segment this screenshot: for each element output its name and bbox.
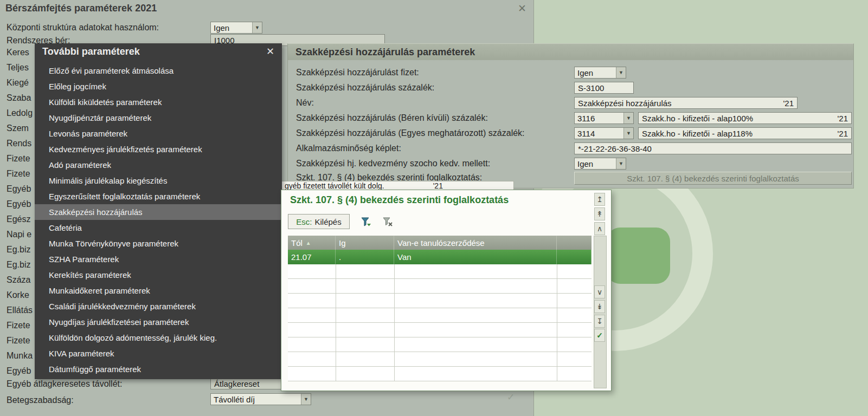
scroll-to-bottom-icon[interactable]: ↧	[594, 315, 605, 328]
form-label-fragment: Teljes	[7, 63, 29, 73]
panel-header: Szakképzési hozzájárulás paraméterek	[288, 44, 853, 60]
form-label-fragment: Egyéb	[7, 366, 31, 376]
kedvezmeny-label: Szakképzési hj. kedvezmény szocho kedv. …	[296, 159, 490, 168]
close-icon[interactable]: ✕	[266, 46, 274, 57]
menu-item[interactable]: Cafetéria	[35, 220, 282, 236]
page-up-icon[interactable]: ↟	[594, 207, 605, 220]
menu-header: További paraméterek ✕	[35, 43, 282, 60]
egyes-meghatarozott-code: 3114	[575, 129, 623, 138]
kozponti-select[interactable]: Igen ▼	[210, 22, 262, 34]
menu-item[interactable]: Nyugdíjpénztár paraméterek	[35, 110, 282, 126]
table-header-row: Tól ▲ Ig Van-e tanulószerződése	[288, 236, 591, 250]
egyes-meghatarozott-code-select[interactable]: 3114 ▼	[574, 127, 634, 139]
header-label: Tól	[291, 238, 303, 248]
keplet-field[interactable]: *-21-22-26-36-38-40	[574, 142, 852, 154]
menu-item[interactable]: Adó paraméterek	[35, 157, 282, 173]
kozponti-label: Központi struktúra adatokat használom:	[7, 23, 159, 32]
menu-item[interactable]: Munka Törvénykönyve paraméterek	[35, 236, 282, 251]
empty-table-rows	[288, 264, 591, 381]
chevron-down-icon: ▼	[301, 394, 311, 405]
nev-field[interactable]: Szakképzési hozzájárulás '21	[574, 97, 798, 109]
fizet-select[interactable]: Igen ▼	[574, 67, 626, 79]
form-label-fragment: Egyéb	[7, 199, 31, 209]
form-label-fragment: Fizete	[7, 321, 30, 330]
form-label-fragment: Keres	[7, 48, 29, 57]
szazalek-field[interactable]: S-3100	[574, 82, 634, 94]
scroll-to-top-icon[interactable]: ↥	[594, 193, 605, 206]
esc-exit-button[interactable]: Esc: Kilépés	[288, 214, 350, 229]
covered-row-year: '21	[433, 181, 443, 190]
column-header-tanuloszerzodes[interactable]: Van-e tanulószerződése	[394, 236, 557, 250]
column-header-empty	[557, 236, 591, 250]
table-row[interactable]: 21.07 . Van	[288, 250, 591, 264]
menu-item[interactable]: Külföldön dolgozó adómentesség, járulék …	[35, 330, 282, 346]
esc-key-hint: Esc:	[296, 217, 312, 226]
beren-kivuli-label: Szakképzési hozzájárulás (Béren kívüli) …	[296, 113, 488, 123]
covered-row-text: gyéb fizetett távollét kült dolg.	[285, 181, 384, 190]
szkt-button[interactable]: Szkt. 107. § (4) bekezdés szerinti fogla…	[574, 172, 852, 185]
form-label-fragment: Száza	[7, 275, 30, 285]
atlag-tavollet-label: Egyéb átlagkeresetes távollét:	[7, 379, 122, 389]
cell-empty	[557, 250, 591, 264]
column-header-ig[interactable]: Ig	[336, 236, 394, 250]
menu-item[interactable]: Minimális járulékalap kiegészítés	[35, 173, 282, 188]
menu-item[interactable]: Családi járulékkedvezmény paraméterek	[35, 298, 282, 314]
keplet-label: Alkalmazásminőség képlet:	[296, 144, 401, 153]
header-label: Van-e tanulószerződése	[397, 238, 485, 248]
szkt-dialog: Szkt. 107. § (4) bekezdés szerinti fogla…	[281, 190, 612, 391]
esc-button-label: Kilépés	[314, 217, 341, 226]
close-icon[interactable]: ✕	[518, 2, 526, 15]
form-label-fragment: Szem	[7, 123, 29, 133]
betegszabadsag-select[interactable]: Távolléti díj ▼	[210, 393, 311, 405]
szakkepzesi-panel: Szakképzési hozzájárulás paraméterek Sza…	[287, 43, 854, 188]
row-down-icon[interactable]: ∨	[594, 285, 605, 298]
clear-filter-icon[interactable]	[379, 215, 396, 229]
confirm-check-icon[interactable]: ✓	[594, 329, 605, 342]
egyes-meghatarozott-year: '21	[833, 129, 848, 138]
menu-item[interactable]: Külföldi kiküldetés paraméterek	[35, 94, 282, 110]
form-label-fragment: Fizete	[7, 169, 30, 179]
menu-item[interactable]: Kerekítés paraméterek	[35, 267, 282, 283]
page-down-icon[interactable]: ↡	[594, 300, 605, 313]
beren-kivuli-code-select[interactable]: 3116 ▼	[574, 112, 634, 124]
menu-items: Előző évi paraméterek átmásolásaElőleg j…	[35, 60, 282, 377]
panel-title: Szakképzési hozzájárulás paraméterek	[295, 47, 475, 58]
menu-item[interactable]: Előző évi paraméterek átmásolása	[35, 63, 282, 79]
menu-item[interactable]: Dátumfüggő paraméterek	[35, 361, 282, 377]
covered-list-row: gyéb fizetett távollét kült dolg. '21	[281, 181, 514, 190]
menu-item[interactable]: Szakképzési hozzájárulás	[35, 204, 282, 220]
betegszabadsag-label: Betegszabadság:	[7, 395, 74, 405]
header-label: Ig	[339, 238, 346, 248]
column-header-tol[interactable]: Tól ▲	[288, 236, 336, 250]
foglalkoztatas-table: Tól ▲ Ig Van-e tanulószerződése 21.07 . …	[288, 236, 591, 381]
menu-item[interactable]: Munkaidőkeret paraméterek	[35, 283, 282, 298]
menu-item[interactable]: Levonás paraméterek	[35, 126, 282, 141]
fizet-label: Szakképzési hozzájárulást fizet:	[296, 68, 419, 77]
kedvezmeny-select[interactable]: Igen ▼	[574, 158, 626, 170]
egyes-meghatarozott-label: Szakképzési hozzájárulás (Egyes meghatár…	[296, 128, 525, 138]
egyes-meghatarozott-value: Szakk.ho - kifizetői - alap118%	[642, 129, 753, 138]
menu-item[interactable]: KIVA paraméterek	[35, 346, 282, 361]
beren-kivuli-field[interactable]: Szakk.ho - kifizetői - alap100% '21	[638, 112, 852, 124]
inactive-check-icon: ✓	[507, 392, 515, 403]
beren-kivuli-code: 3116	[575, 114, 623, 123]
form-label-fragment: Ellátás	[7, 306, 33, 315]
menu-item[interactable]: Nyugdíjas járulékfizetései paraméterek	[35, 314, 282, 330]
menu-item[interactable]: Előleg jogcímek	[35, 79, 282, 94]
menu-item[interactable]: Kedvezményes járulékfizetés paraméterek	[35, 141, 282, 157]
form-label-fragment: Napi e	[7, 230, 31, 239]
chevron-down-icon: ▼	[623, 113, 633, 123]
filter-icon[interactable]	[357, 215, 375, 229]
fizet-value: Igen	[575, 68, 616, 77]
menu-item[interactable]: SZHA Paraméterek	[35, 251, 282, 267]
atlag-tavollet-value: Átlagkereset	[214, 379, 259, 388]
szazalek-value: S-3100	[578, 83, 604, 93]
menu-item[interactable]: Egyszerűsített foglalkoztatás paramétere…	[35, 188, 282, 204]
form-label-fragment: Eg.biz	[7, 245, 30, 255]
form-label-fragment: Korke	[7, 290, 29, 300]
nev-value: Szakképzési hozzájárulás	[578, 99, 672, 108]
kozponti-value: Igen	[211, 23, 252, 32]
egyes-meghatarozott-field[interactable]: Szakk.ho - kifizetői - alap118% '21	[638, 127, 852, 139]
row-up-icon[interactable]: ∧	[594, 222, 605, 235]
form-label-fragment: Egyéb	[7, 184, 31, 194]
